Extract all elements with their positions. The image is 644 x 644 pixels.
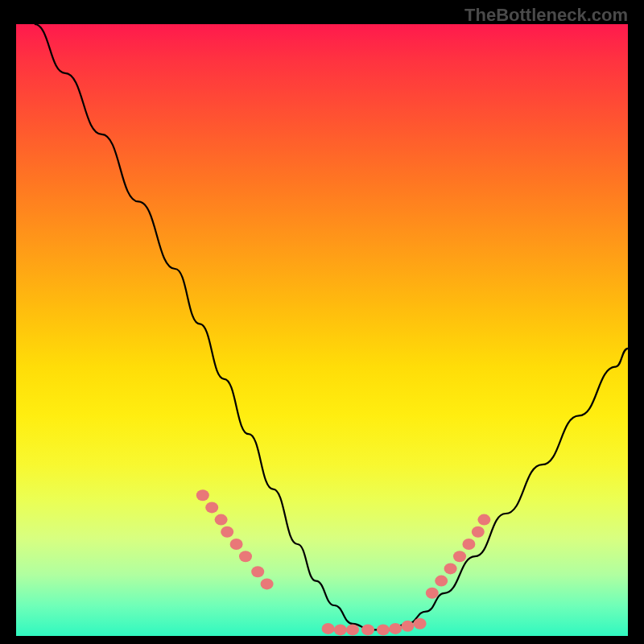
data-marker — [453, 551, 466, 562]
data-marker — [346, 624, 359, 635]
data-marker — [230, 539, 243, 550]
marker-cluster-bottom — [322, 618, 427, 636]
data-marker — [435, 576, 448, 587]
plot-area — [16, 24, 628, 636]
data-marker — [389, 623, 402, 634]
data-marker — [414, 618, 427, 630]
data-marker — [215, 514, 228, 526]
data-marker — [377, 624, 390, 635]
data-marker — [205, 502, 218, 513]
data-marker — [477, 514, 490, 526]
data-marker — [261, 578, 274, 589]
data-marker — [322, 623, 335, 634]
data-marker — [221, 526, 233, 538]
chart-overlay — [16, 24, 628, 636]
data-marker — [472, 526, 485, 538]
data-marker — [251, 566, 264, 577]
marker-cluster-left — [196, 489, 274, 589]
watermark-text: TheBottleneck.com — [464, 5, 628, 26]
data-marker — [361, 624, 374, 635]
data-marker — [196, 489, 209, 501]
data-marker — [334, 624, 347, 635]
chart-container — [16, 24, 628, 636]
data-marker — [401, 621, 414, 632]
bottleneck-curve — [35, 24, 628, 630]
marker-cluster-right — [426, 514, 491, 599]
data-marker — [462, 539, 475, 550]
data-marker — [239, 551, 252, 562]
data-marker — [444, 563, 457, 574]
data-marker — [426, 588, 439, 599]
